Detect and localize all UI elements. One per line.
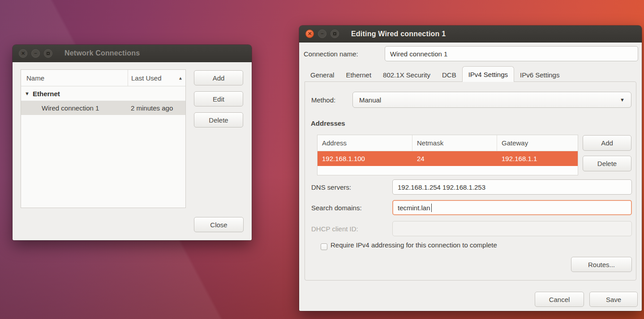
connection-last-used-cell: 2 minutes ago — [131, 104, 173, 112]
dhcp-client-id-label: DHCP client ID: — [311, 221, 358, 236]
address-add-button[interactable]: Add — [583, 135, 631, 151]
addresses-table: Address Netmask Gateway 192.168.1.100 24… — [317, 135, 578, 175]
desktop-wallpaper: ✕ − Network Connections Name Last Used ▲… — [0, 0, 644, 319]
minimize-icon[interactable]: − — [31, 49, 40, 58]
require-ipv4-checkbox[interactable] — [321, 243, 327, 250]
netmask-cell: 24 — [412, 151, 497, 166]
column-header-name[interactable]: Name — [21, 70, 128, 86]
list-header: Name Last Used ▲ — [21, 70, 185, 86]
dns-servers-value: 192.168.1.254 192.168.1.253 — [398, 183, 485, 191]
search-domains-label: Search domains: — [311, 200, 362, 215]
method-dropdown[interactable]: Manual ▼ — [352, 92, 631, 108]
edit-connection-body: Connection name: Wired connection 1 Gene… — [299, 43, 642, 311]
save-button[interactable]: Save — [589, 292, 638, 307]
maximize-icon[interactable] — [331, 30, 339, 38]
connections-list: Name Last Used ▲ ▼ Ethernet Wired connec… — [21, 69, 186, 208]
require-ipv4-checkbox-label: Require IPv4 addressing for this connect… — [331, 241, 497, 249]
gateway-cell: 192.168.1.1 — [497, 151, 578, 166]
edit-connection-window: ✕ − Editing Wired connection 1 Connectio… — [299, 26, 642, 311]
tab-ethernet[interactable]: Ethernet — [340, 68, 377, 82]
method-label: Method: — [311, 92, 335, 108]
header-netmask[interactable]: Netmask — [412, 135, 497, 151]
tab-ipv6-settings[interactable]: IPv6 Settings — [514, 68, 565, 82]
dns-servers-input[interactable]: 192.168.1.254 192.168.1.253 — [392, 179, 632, 195]
edit-connection-titlebar[interactable]: ✕ − Editing Wired connection 1 — [299, 26, 642, 43]
settings-tabs: General Ethernet 802.1X Security DCB IPv… — [305, 66, 565, 82]
close-icon[interactable]: ✕ — [305, 30, 314, 38]
header-address[interactable]: Address — [318, 135, 412, 151]
tab-8021x-security[interactable]: 802.1X Security — [377, 68, 436, 82]
addresses-table-header: Address Netmask Gateway — [318, 135, 578, 151]
column-header-last-used[interactable]: Last Used ▲ — [128, 70, 185, 86]
network-connections-body: Name Last Used ▲ ▼ Ethernet Wired connec… — [13, 62, 252, 240]
connection-name-input[interactable]: Wired connection 1 — [385, 46, 638, 61]
routes-button[interactable]: Routes... — [571, 257, 632, 272]
search-domains-value: tecmint.lan — [398, 204, 430, 212]
connection-name-label: Connection name: — [304, 46, 358, 61]
connection-name-value: Wired connection 1 — [390, 50, 447, 58]
tab-dcb[interactable]: DCB — [436, 68, 462, 82]
column-header-last-used-label: Last Used — [131, 74, 162, 82]
window-title: Editing Wired connection 1 — [351, 30, 446, 38]
text-caret — [431, 204, 432, 212]
tab-ipv4-settings[interactable]: IPv4 Settings — [462, 66, 514, 82]
maximize-square-glyph — [333, 32, 336, 35]
group-label: Ethernet — [33, 90, 60, 98]
expander-icon[interactable]: ▼ — [25, 91, 30, 96]
address-cell: 192.168.1.100 — [318, 151, 412, 166]
ethernet-group-row[interactable]: ▼ Ethernet — [21, 86, 185, 101]
maximize-square-glyph — [47, 52, 50, 55]
network-connections-window: ✕ − Network Connections Name Last Used ▲… — [13, 45, 252, 240]
dhcp-client-id-input — [392, 221, 632, 236]
network-connections-titlebar[interactable]: ✕ − Network Connections — [13, 45, 252, 62]
close-button[interactable]: Close — [194, 217, 244, 232]
add-button[interactable]: Add — [194, 70, 243, 85]
address-row-selected[interactable]: 192.168.1.100 24 192.168.1.1 — [318, 151, 578, 166]
connection-row-wired-1[interactable]: Wired connection 1 2 minutes ago — [21, 101, 185, 115]
ipv4-settings-panel: Method: Manual ▼ Addresses Address Netma… — [305, 81, 636, 281]
dns-servers-label: DNS servers: — [311, 179, 351, 195]
connection-name-cell: Wired connection 1 — [42, 104, 99, 112]
cancel-button[interactable]: Cancel — [535, 292, 584, 307]
search-domains-input[interactable]: tecmint.lan — [392, 200, 632, 215]
edit-button[interactable]: Edit — [194, 91, 243, 106]
close-icon[interactable]: ✕ — [19, 49, 27, 58]
address-delete-button[interactable]: Delete — [583, 156, 631, 171]
addresses-section-label: Addresses — [311, 119, 345, 127]
window-title: Network Connections — [64, 49, 140, 57]
header-gateway[interactable]: Gateway — [497, 135, 578, 151]
chevron-down-icon: ▼ — [620, 97, 625, 102]
delete-button[interactable]: Delete — [194, 112, 243, 128]
method-value: Manual — [359, 96, 381, 104]
minimize-icon[interactable]: − — [318, 30, 326, 38]
sort-ascending-icon: ▲ — [178, 76, 183, 81]
tab-general[interactable]: General — [305, 68, 340, 82]
maximize-icon[interactable] — [44, 49, 52, 58]
